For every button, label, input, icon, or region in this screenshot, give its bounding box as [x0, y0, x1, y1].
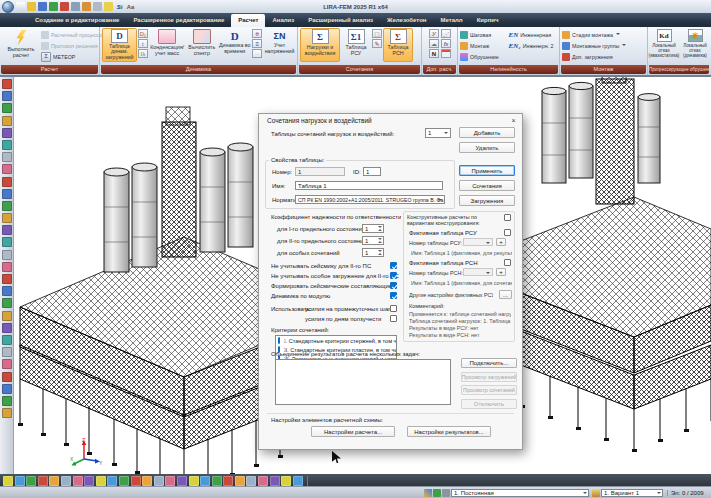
left-toolbar-icon[interactable]	[2, 335, 12, 345]
loads-impacts-button[interactable]: Σ Нагрузки и воздействия	[300, 28, 340, 62]
form-seismic-checkbox[interactable]	[390, 282, 397, 289]
filter-icon[interactable]	[442, 489, 450, 497]
local-failure-dynamic-button[interactable]: ☀ Локальный отказ (динамика)	[681, 28, 709, 62]
bottom-toolbar-icon[interactable]	[177, 476, 187, 486]
left-toolbar-icon[interactable]	[2, 408, 12, 418]
bottom-toolbar-icon[interactable]	[26, 476, 36, 486]
bottom-toolbar-icon[interactable]	[281, 476, 291, 486]
left-toolbar-icon[interactable]	[2, 359, 12, 369]
tab-steel[interactable]: Металл	[434, 14, 470, 27]
flag-icon[interactable]	[424, 489, 432, 497]
bottom-toolbar-icon[interactable]	[270, 476, 280, 486]
bottom-toolbar-icon[interactable]	[107, 476, 117, 486]
tab-calculation[interactable]: Расчет	[231, 14, 265, 27]
id-field[interactable]: 1	[363, 167, 381, 176]
cloud-icon[interactable]: ☁	[429, 39, 439, 48]
group-caption-extra[interactable]: Доп. расч.	[423, 65, 456, 74]
add-button[interactable]: Добавить	[459, 127, 515, 138]
montage-stages-button[interactable]: Стадии монтажа	[562, 30, 646, 40]
dots-icon[interactable]: ⋰	[441, 29, 451, 38]
mini-icon-7[interactable]: ▢	[372, 29, 382, 38]
quick-access-icon[interactable]	[82, 2, 91, 11]
left-toolbar-icon[interactable]	[2, 140, 12, 150]
collapse-button[interactable]: Обрушение	[460, 52, 508, 62]
compute-spectrum-button[interactable]: Вычислить спектр	[186, 28, 217, 62]
mini-icon-3[interactable]: Iλ	[138, 49, 148, 58]
left-toolbar-icon[interactable]	[2, 237, 12, 247]
criteria-1-checkbox[interactable]	[278, 337, 280, 344]
left-toolbar-icon[interactable]	[2, 152, 12, 162]
quick-access-icon[interactable]	[104, 2, 113, 11]
combinations-button[interactable]: Сочетания	[459, 180, 515, 191]
u-impulse-icon[interactable]: У	[429, 29, 439, 38]
montage-groups-button[interactable]: Монтажные группы	[562, 41, 646, 51]
left-toolbar-icon[interactable]	[2, 372, 12, 382]
limit-state-1-field[interactable]: 1	[362, 224, 384, 233]
left-toolbar-icon[interactable]	[2, 213, 12, 223]
left-toolbar-icon[interactable]	[2, 347, 12, 357]
fict-rsu-checkbox[interactable]	[504, 229, 511, 236]
no-seismic-checkbox[interactable]	[390, 262, 397, 269]
left-toolbar-icon[interactable]	[2, 384, 12, 394]
criteria-item-1[interactable]: I. Стандартные критерии стержней, в том …	[276, 336, 396, 345]
left-toolbar-icon[interactable]	[2, 91, 12, 101]
bottom-toolbar-icon[interactable]	[119, 476, 129, 486]
condensation-mass-button[interactable]: Конденсация/ учет масс	[149, 28, 185, 62]
left-toolbar-icon[interactable]	[2, 311, 12, 321]
tab-analysis[interactable]: Анализ	[265, 14, 301, 27]
mini-icon-1[interactable]: D₁	[138, 29, 148, 38]
bottom-toolbar-icon[interactable]	[165, 476, 175, 486]
run-calculation-button[interactable]: Выполнить расчет	[2, 28, 40, 62]
bottom-toolbar-icon[interactable]	[189, 476, 199, 486]
tab-brick[interactable]: Кирпич	[470, 14, 506, 27]
fict-rsn-checkbox[interactable]	[504, 259, 511, 266]
montage-nl-button[interactable]: Монтаж	[460, 41, 508, 51]
rsn-table-button[interactable]: Σ Таблица РСН	[383, 28, 413, 62]
norm-combo[interactable]: СП РК EN 1990:2002+A1:2005/2011. STRUGEO…	[295, 195, 445, 204]
group-caption-montage[interactable]: Монтаж	[561, 65, 646, 74]
constructive-checkbox[interactable]	[504, 214, 511, 221]
left-toolbar-icon[interactable]	[2, 262, 12, 272]
tab-advanced-analysis[interactable]: Расширенный анализ	[301, 14, 380, 27]
font-aa-icon[interactable]: Aa	[126, 2, 135, 11]
left-toolbar-icon[interactable]	[2, 177, 12, 187]
result-settings-button[interactable]: Настройки результатов...	[407, 426, 491, 437]
mini-icon-6[interactable]: ·	[252, 49, 262, 58]
additional-loadcases-button[interactable]: Доп. загружения	[562, 52, 646, 62]
number-field[interactable]: 1	[295, 167, 345, 176]
group-caption-calc[interactable]: Расчет	[1, 65, 98, 74]
left-toolbar-icon[interactable]	[2, 396, 12, 406]
bottom-toolbar-icon[interactable]	[131, 476, 141, 486]
stress-account-button[interactable]: ΣN Учет напряжений	[263, 28, 296, 62]
left-toolbar-icon[interactable]	[2, 298, 12, 308]
left-toolbar-icon[interactable]	[2, 250, 12, 260]
quick-access-icon[interactable]	[60, 2, 69, 11]
quick-access-icon[interactable]	[71, 2, 80, 11]
bottom-toolbar-icon[interactable]	[73, 476, 83, 486]
theta-icon[interactable]: θ	[252, 29, 262, 38]
bottom-toolbar-icon[interactable]	[15, 476, 25, 486]
loadcase-selector[interactable]: 1. Постоянная	[451, 489, 589, 497]
connect-button[interactable]: Подключить...	[461, 358, 517, 368]
en-engineering2-button[interactable]: EN₂Инженерн. 2	[509, 41, 558, 51]
tab-creation-editing[interactable]: Создание и редактирование	[28, 14, 126, 27]
quick-access-icon[interactable]	[27, 2, 36, 11]
quick-access-icon[interactable]	[38, 2, 47, 11]
group-caption-combinations[interactable]: Сочетания	[299, 65, 420, 74]
bottom-toolbar-icon[interactable]	[38, 476, 48, 486]
rsn-add-button[interactable]: +	[496, 268, 506, 276]
left-toolbar-icon[interactable]	[2, 116, 12, 126]
bottom-toolbar-icon[interactable]	[154, 476, 164, 486]
calendar-icon[interactable]	[441, 49, 451, 58]
left-toolbar-icon[interactable]	[2, 286, 12, 296]
left-toolbar-icon[interactable]	[2, 274, 12, 284]
meteor-button[interactable]: ΣМЕТЕОР	[41, 52, 97, 62]
app-logo-icon[interactable]	[2, 1, 14, 13]
bottom-toolbar-icon[interactable]	[258, 476, 268, 486]
variant-selector[interactable]: 1. Вариант 1	[601, 489, 663, 497]
left-toolbar-icon[interactable]	[2, 225, 12, 235]
pencil-icon[interactable]	[592, 489, 600, 497]
group-caption-nonlinearity[interactable]: Нелинейность	[459, 65, 558, 74]
tab-reinforced-concrete[interactable]: Железобетон	[380, 14, 433, 27]
bottom-toolbar-icon[interactable]	[223, 476, 233, 486]
